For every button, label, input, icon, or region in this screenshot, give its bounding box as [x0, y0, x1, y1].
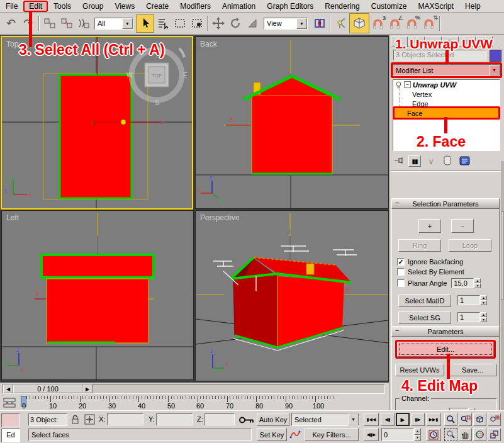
open-mini-curve-editor-icon[interactable] — [3, 397, 18, 408]
time-configuration-icon[interactable] — [426, 428, 441, 441]
save-uvws-button[interactable]: Save... — [448, 364, 497, 376]
x-coord-input[interactable] — [107, 413, 143, 425]
track-bar[interactable]: 0 10 20 30 40 50 60 70 80 90 100 — [0, 395, 389, 410]
edit-uvws-button[interactable]: Edit... — [397, 342, 494, 357]
stack-row-vertex[interactable]: Vertex — [399, 89, 500, 99]
rollout-collapse-icon[interactable]: − — [395, 327, 399, 334]
spin-up-icon[interactable]: ▲ — [480, 312, 487, 317]
remove-modifier-icon[interactable] — [441, 155, 454, 167]
menu-views[interactable]: Views — [109, 1, 140, 11]
absolute-offset-mode-icon[interactable] — [84, 414, 95, 426]
snap-3d-icon[interactable]: 3 — [369, 15, 386, 32]
configure-modifier-sets-icon[interactable] — [457, 156, 471, 167]
key-filters-button[interactable]: Key Filters... — [305, 428, 359, 441]
selection-lock-icon[interactable] — [70, 414, 80, 426]
menu-edit[interactable]: Edit — [23, 1, 48, 12]
menu-file[interactable]: File — [0, 1, 23, 11]
zoom-extents-all-icon[interactable] — [488, 413, 501, 426]
spin-down-icon[interactable]: ▼ — [480, 300, 487, 305]
window-crossing-icon[interactable] — [188, 15, 205, 32]
viewport-left[interactable]: y z y x Left — [1, 210, 194, 380]
select-rotate-icon[interactable] — [227, 15, 244, 32]
parameters-header[interactable]: − Parameters — [391, 326, 500, 337]
spin-down-icon[interactable]: ▼ — [474, 283, 481, 288]
maxscript-listener-line[interactable] — [1, 413, 20, 427]
ignore-backfacing-checkbox[interactable]: ✓ — [397, 258, 405, 266]
dropdown-arrow-icon[interactable]: ▼ — [122, 18, 133, 29]
y-coord-input[interactable] — [156, 413, 193, 425]
select-move-icon[interactable] — [210, 15, 227, 32]
menu-maxscript[interactable]: MAXScript — [412, 1, 459, 11]
use-pivot-center-icon[interactable] — [311, 15, 328, 32]
modifier-list-dropdown[interactable]: Modifier List ▼ — [393, 64, 500, 76]
select-by-name-icon[interactable] — [154, 15, 171, 32]
house-back-view[interactable] — [244, 76, 340, 174]
planar-angle-checkbox[interactable] — [397, 279, 405, 287]
menu-create[interactable]: Create — [140, 1, 174, 11]
house-top-view[interactable] — [60, 75, 132, 198]
select-matid-button[interactable]: Select MatID — [398, 294, 451, 307]
reference-coordinate-dropdown[interactable]: View ▼ — [264, 18, 308, 30]
spin-up-icon[interactable]: ▲ — [414, 428, 421, 435]
time-slider-prev-icon[interactable]: ◀ — [3, 384, 13, 393]
stack-row-edge[interactable]: Edge — [399, 99, 500, 108]
maximize-viewport-toggle-icon[interactable] — [488, 428, 501, 441]
pin-stack-icon[interactable] — [392, 155, 405, 167]
viewport-label[interactable]: Back — [200, 40, 218, 48]
matid-spinner[interactable]: 1 ▲▼ — [457, 295, 487, 305]
spin-up-icon[interactable]: ▲ — [474, 278, 481, 283]
collapse-box-icon[interactable]: − — [404, 81, 411, 88]
current-frame-input[interactable] — [381, 428, 414, 441]
menu-help[interactable]: Help — [459, 1, 486, 11]
snaps-toggle-icon[interactable] — [349, 13, 369, 33]
menu-rendering[interactable]: Rendering — [319, 1, 365, 11]
region-zoom-icon[interactable] — [444, 428, 457, 441]
reset-uvws-button[interactable]: Reset UVWs — [395, 364, 444, 376]
previous-frame-button[interactable]: ◀▮ — [381, 413, 395, 426]
rect-selection-region-icon[interactable] — [171, 15, 188, 32]
spinner-snap-icon[interactable]: ⇅ — [420, 15, 437, 32]
play-button[interactable]: ▶ — [396, 413, 410, 426]
menu-graph-editors[interactable]: Graph Editors — [261, 1, 319, 11]
pan-hand-icon[interactable] — [459, 428, 472, 441]
planar-angle-spinner[interactable]: 15,0 ▲▼ — [451, 278, 481, 288]
house-left-view[interactable] — [42, 255, 154, 343]
viewport-label[interactable]: Perspective — [200, 213, 240, 222]
compass-east[interactable]: E — [183, 72, 188, 79]
menu-modifiers[interactable]: Modifiers — [174, 1, 216, 11]
next-frame-button[interactable]: ▮▶ — [411, 413, 425, 426]
make-unique-icon[interactable]: ∨ — [425, 157, 437, 166]
sg-spinner[interactable]: 1 ▲▼ — [457, 312, 487, 322]
rollout-collapse-icon[interactable]: − — [395, 199, 399, 206]
viewport-back[interactable]: x z x y Back — [195, 36, 389, 209]
grow-selection-button[interactable]: + — [418, 219, 441, 233]
compass-west[interactable]: W — [126, 72, 133, 79]
dropdown-arrow-icon[interactable]: ▼ — [296, 18, 307, 29]
undo-icon[interactable]: ↶ — [3, 15, 20, 32]
frame-spinner[interactable]: ▲▼ — [414, 428, 421, 441]
viewport-label[interactable]: Left — [6, 213, 20, 222]
zoom-icon[interactable] — [444, 413, 457, 426]
select-sg-button[interactable]: Select SG — [398, 311, 451, 324]
time-slider-next-icon[interactable]: ▶ — [82, 384, 92, 393]
select-object-icon[interactable] — [136, 14, 154, 33]
key-mode-toggle-icon[interactable]: ◀▮▶ — [364, 428, 379, 441]
go-to-start-button[interactable]: ▮◀◀ — [364, 413, 379, 426]
select-manipulate-icon[interactable] — [332, 15, 349, 32]
set-key-button[interactable]: Set Key — [257, 428, 287, 441]
spin-down-icon[interactable]: ▼ — [414, 435, 421, 442]
go-to-end-button[interactable]: ▶▶▮ — [426, 413, 441, 426]
percent-snap-icon[interactable]: % — [403, 15, 420, 32]
new-key-curve-icon[interactable] — [289, 429, 301, 440]
z-coord-input[interactable] — [204, 413, 235, 425]
panel-scrollbar[interactable] — [501, 161, 504, 411]
selected-set-dropdown[interactable]: Selected ▼ — [291, 413, 359, 426]
time-slider-handle[interactable]: 0 / 100 — [13, 384, 82, 393]
menu-group[interactable]: Group — [77, 1, 109, 11]
select-link-icon[interactable] — [41, 15, 58, 32]
viewport-top[interactable]: z x TOP W E S y x — [1, 36, 193, 210]
shrink-selection-button[interactable]: - — [451, 219, 474, 233]
selection-filter-dropdown[interactable]: All ▼ — [94, 18, 133, 30]
ring-button[interactable]: Ring — [398, 239, 441, 252]
maxscript-mini-listener[interactable]: Ed — [1, 429, 20, 442]
